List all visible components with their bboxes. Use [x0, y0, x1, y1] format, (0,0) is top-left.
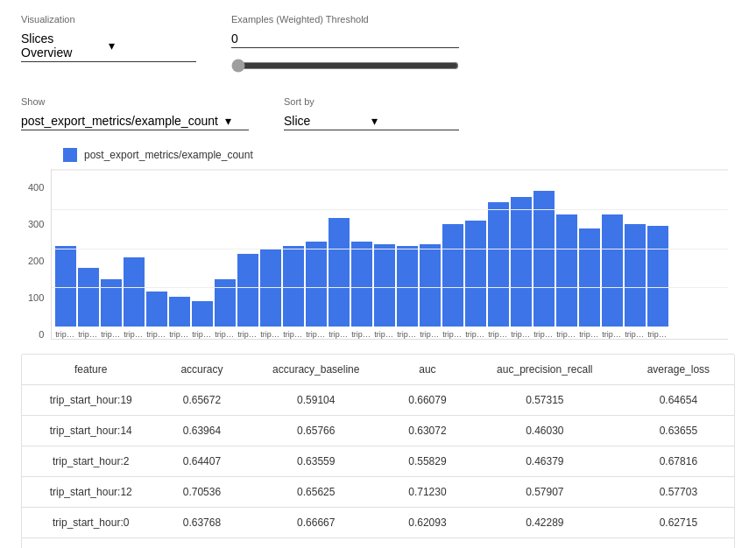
table-header-row: featureaccuracyaccuracy_baselineaucauc_p…: [22, 355, 734, 385]
table-cell: 0.46379: [467, 446, 623, 477]
table-body: trip_start_hour:190.656720.591040.660790…: [22, 385, 734, 549]
table-row: trip_start_hour:20.644070.635590.558290.…: [22, 446, 734, 477]
table-cell: 0.71230: [388, 477, 467, 508]
bar[interactable]: [329, 218, 350, 327]
x-label: trip_s...: [169, 330, 190, 339]
bar[interactable]: [169, 297, 190, 327]
table-cell: trip_start_hour:2: [22, 446, 159, 477]
table-col-header: auc_precision_recall: [467, 355, 623, 385]
bar[interactable]: [237, 254, 258, 327]
table-cell: trip_start_hour:14: [22, 416, 159, 446]
bar[interactable]: [215, 279, 236, 327]
table-cell: trip_start_hour:19: [22, 385, 159, 416]
sortby-dropdown[interactable]: Slice ▾: [284, 112, 459, 130]
bar[interactable]: [78, 268, 99, 327]
x-label: trip_s...: [511, 330, 532, 339]
x-label: trip_s...: [124, 330, 145, 339]
table-cell: 0.58337: [388, 538, 467, 549]
show-label: Show: [21, 96, 249, 107]
table-cell: 0.59104: [244, 385, 388, 416]
bar[interactable]: [625, 224, 646, 327]
show-dropdown[interactable]: post_export_metrics/example_count ▾: [21, 112, 249, 130]
x-label: trip_s...: [465, 330, 486, 339]
x-label: trip_s...: [306, 330, 327, 339]
table-section: featureaccuracyaccuracy_baselineaucauc_p…: [21, 354, 735, 548]
table-cell: 0.66079: [388, 385, 467, 416]
bars-container: [52, 169, 728, 327]
bar[interactable]: [397, 246, 418, 327]
y-axis: 4003002001000: [28, 182, 51, 340]
sortby-label: Sort by: [284, 96, 459, 107]
chart-section: post_export_metrics/example_count 400300…: [21, 148, 735, 340]
threshold-input[interactable]: [231, 30, 459, 48]
page-container: Visualization Slices Overview ▾ Examples…: [0, 0, 756, 548]
bar[interactable]: [146, 292, 167, 327]
y-axis-label: 400: [28, 182, 44, 193]
show-arrow: ▾: [225, 114, 249, 128]
bar[interactable]: [420, 244, 441, 327]
bar[interactable]: [556, 214, 577, 327]
bar[interactable]: [579, 228, 600, 327]
threshold-control: Examples (Weighted) Threshold: [231, 14, 459, 75]
x-label: trip_s...: [78, 330, 99, 339]
table-row: trip_start_hour:140.639640.657660.630720…: [22, 416, 734, 446]
bar[interactable]: [602, 214, 623, 327]
slider-container: [231, 59, 459, 75]
visualization-label: Visualization: [21, 14, 196, 25]
x-label: trip_s...: [192, 330, 213, 339]
bar[interactable]: [306, 242, 327, 327]
bar[interactable]: [260, 249, 281, 327]
sortby-control: Sort by Slice ▾: [284, 96, 459, 130]
x-label: trip_s...: [55, 330, 76, 339]
table-col-header: accuracy: [159, 355, 244, 385]
table-cell: 0.55829: [388, 446, 467, 477]
threshold-label: Examples (Weighted) Threshold: [231, 14, 459, 25]
visualization-value: Slices Overview: [21, 32, 109, 60]
table-cell: 0.63768: [159, 508, 244, 538]
bar[interactable]: [55, 246, 76, 327]
x-label: trip_s...: [420, 330, 441, 339]
table-cell: 0.65142: [623, 538, 734, 549]
table-cell: 0.57907: [467, 477, 623, 508]
table-cell: 0.66016: [159, 538, 244, 549]
table-col-header: accuracy_baseline: [244, 355, 388, 385]
grid-line-400: [52, 170, 728, 171]
table-cell: trip_start_hour:0: [22, 508, 159, 538]
table-cell: trip_start_hour:12: [22, 477, 159, 508]
bar[interactable]: [465, 221, 486, 327]
table-cell: 0.67816: [623, 446, 734, 477]
y-axis-label: 100: [28, 292, 44, 303]
chart-legend: post_export_metrics/example_count: [63, 148, 728, 162]
threshold-slider[interactable]: [231, 59, 459, 73]
bar[interactable]: [374, 244, 395, 327]
controls-row-1: Visualization Slices Overview ▾ Examples…: [21, 14, 735, 75]
bar[interactable]: [647, 226, 668, 327]
visualization-control: Visualization Slices Overview ▾: [21, 14, 196, 62]
bar[interactable]: [192, 301, 213, 327]
visualization-dropdown[interactable]: Slices Overview ▾: [21, 30, 196, 62]
table-cell: trip_start_hour:23: [22, 538, 159, 549]
table-cell: 0.66667: [244, 508, 388, 538]
bar[interactable]: [511, 197, 532, 327]
x-label: trip_s...: [260, 330, 281, 339]
y-axis-label: 200: [28, 256, 44, 266]
bar[interactable]: [351, 242, 372, 327]
bar[interactable]: [101, 279, 122, 327]
bar[interactable]: [442, 224, 463, 327]
x-label: trip_s...: [237, 330, 258, 339]
bar[interactable]: [488, 202, 509, 327]
x-label: trip_s...: [101, 330, 122, 339]
table-cell: 0.64844: [244, 538, 388, 549]
x-label: trip_s...: [351, 330, 372, 339]
x-label: trip_s...: [556, 330, 577, 339]
x-labels: trip_s...trip_s...trip_s...trip_s...trip…: [52, 327, 728, 339]
legend-label: post_export_metrics/example_count: [84, 149, 253, 161]
bar[interactable]: [283, 246, 304, 327]
controls-row-2: Show post_export_metrics/example_count ▾…: [21, 96, 735, 130]
table-cell: 0.65766: [244, 416, 388, 446]
x-label: trip_s...: [647, 330, 668, 339]
bar[interactable]: [533, 191, 555, 327]
table-cell: 0.62093: [388, 508, 467, 538]
visualization-arrow: ▾: [109, 39, 196, 53]
bar[interactable]: [124, 257, 145, 327]
